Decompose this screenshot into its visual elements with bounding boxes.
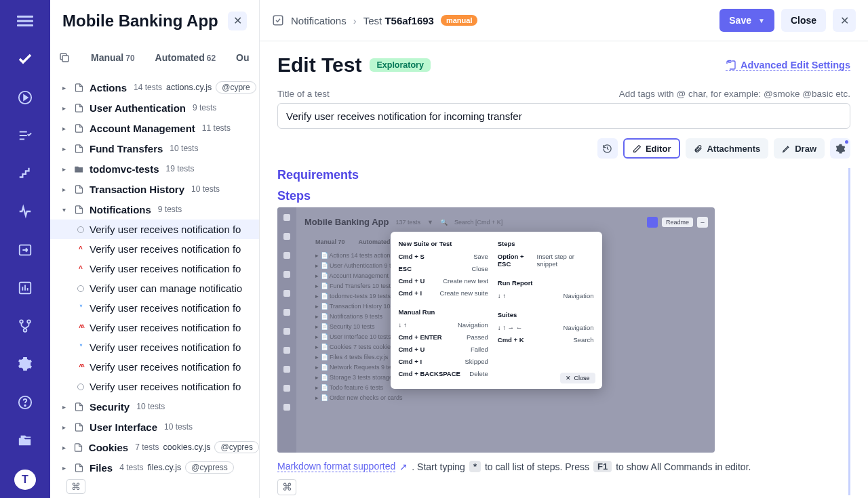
embedded-screenshot: Mobile Banking App 137 tests ▼ 🔍 Search … [277,207,715,453]
requirements-heading: Requirements [277,168,843,182]
steps-heading: Steps [277,189,843,203]
tree-node[interactable]: ▸Actions14 testsactions.cy.js@cypre [50,77,259,98]
nav-rail: T [0,0,50,498]
tree-leaf[interactable]: ^Verify user receives notification fo [50,239,259,259]
svg-rect-11 [62,56,68,62]
svg-point-7 [27,320,31,323]
cmd-icon[interactable]: ⌘ [277,479,296,495]
tree-leaf[interactable]: ˅Verify user receives notification fo [50,298,259,318]
close-panel-button[interactable]: ✕ [228,12,247,30]
settings-icon[interactable] [830,138,850,159]
main-panel: Notifications › Test T56af1693 manual Sa… [260,0,868,498]
attachments-button[interactable]: Attachments [686,138,768,159]
editor-toolbar: Editor Attachments Draw [277,138,850,159]
svg-rect-2 [17,24,33,26]
project-title: Mobile Banking App [62,12,228,30]
steps-icon[interactable] [16,165,35,182]
tags-hint: Add tags with @ char, for example: @smok… [619,89,850,99]
draw-button[interactable]: Draw [774,138,825,159]
crumb-suite[interactable]: Notifications [291,15,347,26]
svg-point-10 [24,404,26,406]
tab-manual[interactable]: Manual70 [91,52,135,63]
external-icon: ↗ [399,461,408,472]
help-icon[interactable] [16,394,35,411]
svg-rect-1 [17,20,33,22]
tree-node[interactable]: ▸Account Management11 tests [50,118,259,138]
chevron-down-icon: ▼ [758,17,765,24]
pulse-icon[interactable] [16,203,35,220]
page-title: Edit Test [277,54,361,77]
gear-icon[interactable] [16,355,35,373]
topbar: Notifications › Test T56af1693 manual Sa… [260,0,868,41]
mini-add-button [647,217,658,228]
editor-button[interactable]: Editor [623,138,681,159]
markdown-link[interactable]: Markdown format supported [277,461,395,472]
tree-node[interactable]: ▸User Interface10 tests [50,417,259,437]
tree-leaf[interactable]: ^^Verify user receives notification fo [50,318,259,337]
tab-out[interactable]: Ou [236,52,249,63]
branch-icon[interactable] [16,317,35,335]
import-icon[interactable] [16,241,35,259]
save-button[interactable]: Save▼ [719,9,774,32]
play-icon[interactable] [16,89,35,106]
tree-node[interactable]: ▸Fund Transfers10 tests [50,138,259,159]
check-icon[interactable] [16,50,35,68]
svg-point-8 [24,329,27,332]
tree-leaf[interactable]: Verify user receives notification fo [50,220,259,239]
svg-rect-0 [17,16,33,18]
tree-node[interactable]: ▸todomvc-tests19 tests [50,159,259,179]
tree-leaf[interactable]: ^^Verify user receives notification fo [50,357,259,377]
editor-footer: Markdown format supported ↗ . Start typi… [277,461,843,472]
tree-node[interactable]: ▾Notifications9 tests [50,199,259,220]
title-label: Title of a test [277,89,330,99]
svg-rect-12 [273,16,283,25]
tree-leaf[interactable]: ˅Verify user receives notification fo [50,337,259,357]
shortcuts-button[interactable]: ⌘ [66,479,85,494]
tree-node[interactable]: ▸Files4 testsfiles.cy.js@cypress [50,457,259,478]
svg-point-6 [20,320,23,323]
tree-leaf[interactable]: Verify user receives notification fo [50,377,259,396]
tree-node[interactable]: ▸Cookies7 testscookies.cy.js@cypres [50,437,259,457]
tree-node[interactable]: ▸Transaction History10 tests [50,179,259,199]
folders-icon[interactable] [16,432,35,449]
exploratory-pill: Exploratory [370,58,430,72]
advanced-settings-link[interactable]: Advanced Edit Settings [726,60,850,71]
suite-tree: ▸Actions14 testsactions.cy.js@cypre▸User… [50,73,259,498]
svg-rect-13 [728,60,731,62]
breadcrumb: Notifications › Test T56af1693 manual [272,14,477,26]
analytics-icon[interactable] [16,279,35,297]
check-square-icon [272,14,284,26]
tree-node[interactable]: ▸Security10 tests [50,396,259,417]
close-button[interactable]: Close [781,9,826,32]
suite-tabs: Manual70 Automated62 Ou [50,42,259,73]
modal-close-button[interactable]: ✕ Close [560,373,595,383]
close-x-button[interactable]: ✕ [833,9,856,32]
test-title-input[interactable] [277,103,850,129]
crumb-test-id: T56af1693 [384,15,434,26]
copy-icon[interactable] [58,51,71,64]
manual-tag: manual [441,15,478,26]
shortcuts-modal: New Suite or Test Cmd + SSaveESCCloseCmd… [391,232,602,389]
history-icon[interactable] [597,138,618,159]
checklist-icon[interactable] [16,127,35,144]
suite-panel: Mobile Banking App ✕ Manual70 Automated6… [50,0,260,498]
editor-body: Requirements Steps Mobile Banking App 13… [277,168,850,495]
tree-node[interactable]: ▸User Authentication9 tests [50,98,259,118]
tab-automated[interactable]: Automated62 [155,52,216,63]
tree-leaf[interactable]: Verify user can manage notificatio [50,278,259,298]
app-logo[interactable]: T [14,470,36,490]
menu-icon[interactable] [16,12,35,30]
tree-leaf[interactable]: ^Verify user receives notification fo [50,259,259,278]
